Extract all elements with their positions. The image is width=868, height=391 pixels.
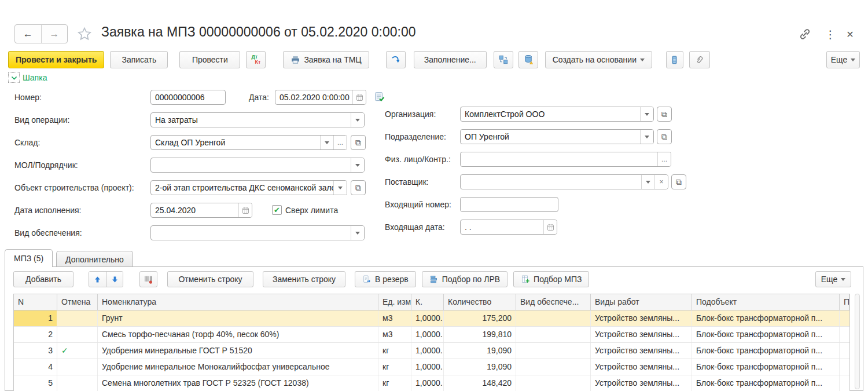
replace-row-button[interactable]: Заменить строку (263, 271, 345, 287)
cell-unit[interactable]: кг (378, 375, 411, 391)
over-limit-checkbox[interactable]: ✔ Сверх лимита (272, 205, 338, 215)
cell-cancel[interactable] (57, 375, 98, 391)
add-row-button[interactable]: Добавить (13, 271, 73, 287)
table-row[interactable]: 1 Грунт м3 1,0000... 175,200 Устройство … (14, 310, 849, 327)
col-header-subobject[interactable]: Подобъект (692, 294, 840, 310)
cell-k[interactable]: 1,0000... (411, 343, 444, 359)
print-tmc-button[interactable]: Заявка на ТМЦ (283, 51, 369, 68)
cell-n[interactable]: 2 (14, 327, 57, 342)
table-row[interactable]: 4 Удобрение минеральное Монокалийфосфат … (14, 359, 849, 375)
cell-next[interactable] (840, 375, 849, 391)
cell-n[interactable]: 3 (14, 343, 57, 359)
cell-k[interactable]: 1,0000... (411, 327, 444, 342)
cell-next[interactable] (840, 327, 849, 342)
dropdown-icon[interactable] (640, 130, 653, 144)
cell-works[interactable]: Устройство земляны... (591, 310, 692, 326)
cell-next[interactable] (840, 359, 849, 375)
cell-subobject[interactable]: Блок-бокс трансформаторной п... (692, 375, 840, 391)
cell-unit[interactable]: м3 (378, 310, 411, 326)
table-vertical-scrollbar[interactable] (855, 294, 860, 389)
cell-next[interactable] (840, 343, 849, 359)
cell-cancel[interactable] (57, 359, 98, 375)
related-documents-button[interactable] (494, 51, 513, 68)
tab-mpz[interactable]: МПЗ (5) (5, 249, 53, 267)
pick-mpz-button[interactable]: Подбор МПЗ (513, 271, 589, 287)
cell-provision[interactable] (516, 343, 591, 359)
back-button[interactable]: ← (15, 25, 41, 43)
cell-cancel[interactable] (57, 327, 98, 342)
dropdown-icon[interactable] (640, 107, 653, 121)
cell-nomenclature[interactable]: Смесь торфо-песчаная (торф 40%, песок 60… (98, 327, 378, 342)
cell-nomenclature[interactable]: Семена многолетних трав ГОСТ Р 52325 (ГО… (98, 375, 378, 391)
cell-unit[interactable]: кг (378, 359, 411, 375)
open-item-button[interactable]: ⧉ (351, 135, 366, 150)
number-field[interactable]: 00000000006 (150, 90, 226, 105)
to-reserve-button[interactable]: В резерв (355, 271, 416, 287)
section-header-label[interactable]: Шапка (23, 73, 47, 82)
cell-works[interactable]: Устройство земляны... (591, 375, 692, 391)
person-field[interactable]: ... (460, 152, 671, 167)
cell-k[interactable]: 1,0000... (411, 359, 444, 375)
col-header-next[interactable]: По (840, 294, 849, 310)
forward-button[interactable]: → (41, 25, 68, 43)
favorite-star-icon[interactable] (76, 26, 93, 42)
cancel-row-button[interactable]: Отменить строку (167, 271, 253, 287)
barcode-scan-button[interactable] (139, 271, 157, 287)
cell-quantity[interactable]: 199,810 (444, 327, 516, 342)
create-based-on-button[interactable]: Создать на основании (545, 51, 652, 68)
cell-unit[interactable]: кг (378, 343, 411, 359)
open-item-button[interactable]: ⧉ (351, 180, 366, 195)
table-row[interactable]: 5 Семена многолетних трав ГОСТ Р 52325 (… (14, 375, 849, 391)
move-up-button[interactable] (89, 272, 106, 287)
cell-works[interactable]: Устройство земляны... (591, 343, 692, 359)
date-field[interactable]: 05.02.2020 0:00:00 (275, 90, 366, 105)
cell-quantity[interactable]: 175,200 (444, 310, 516, 326)
cell-unit[interactable]: м3 (378, 327, 411, 342)
col-header-provision[interactable]: Вид обеспече... (516, 294, 591, 310)
open-item-button[interactable]: ⧉ (657, 107, 672, 122)
cell-subobject[interactable]: Блок-бокс трансформаторной п... (692, 327, 840, 342)
fill-button[interactable]: Заполнение... (414, 51, 487, 68)
col-header-quantity[interactable]: Количество (444, 294, 516, 310)
cell-subobject[interactable]: Блок-бокс трансформаторной п... (692, 310, 840, 326)
project-combo[interactable]: 2-ой этап строительства ДКС сеноманской … (150, 180, 347, 195)
post-button[interactable]: Провести (179, 51, 240, 68)
cell-k[interactable]: 1,0000... (411, 375, 444, 391)
open-item-button[interactable]: ⧉ (671, 174, 686, 189)
cell-provision[interactable] (516, 359, 591, 375)
cell-next[interactable] (840, 310, 849, 326)
cell-n[interactable]: 1 (14, 310, 57, 326)
set-current-date-icon[interactable] (373, 91, 385, 103)
open-item-button[interactable]: ⧉ (657, 129, 672, 144)
department-combo[interactable]: ОП Уренгой (460, 129, 654, 144)
collapse-chevron-icon[interactable] (8, 72, 20, 83)
cell-nomenclature[interactable]: Грунт (98, 310, 378, 326)
cell-quantity[interactable]: 19,090 (444, 359, 516, 375)
provision-combo[interactable] (150, 225, 365, 240)
cell-works[interactable]: Устройство земляны... (591, 327, 692, 342)
cell-works[interactable]: Устройство земляны... (591, 359, 692, 375)
close-icon[interactable]: ✕ (843, 27, 858, 42)
cell-quantity[interactable]: 19,090 (444, 343, 516, 359)
dt-kt-button[interactable]: ДтКт (246, 51, 266, 68)
table-more-button[interactable]: Еще (815, 271, 851, 287)
cell-subobject[interactable]: Блок-бокс трансформаторной п... (692, 359, 840, 375)
post-document-arrow-button[interactable] (386, 51, 406, 68)
choose-button[interactable]: ... (333, 136, 347, 149)
registers-warning-button[interactable] (518, 51, 538, 68)
col-header-unit[interactable]: Ед. изм. (378, 294, 411, 310)
choose-button[interactable]: ... (657, 152, 671, 166)
mol-combo[interactable] (150, 158, 365, 173)
cell-k[interactable]: 1,0000... (411, 310, 444, 326)
calendar-icon[interactable] (238, 203, 252, 217)
cell-n[interactable]: 4 (14, 359, 57, 375)
kebab-menu-icon[interactable]: ⋮ (823, 27, 838, 42)
col-header-works[interactable]: Виды работ (591, 294, 692, 310)
cell-nomenclature[interactable]: Удобрения минеральные ГОСТ Р 51520 (98, 343, 378, 359)
calendar-icon[interactable] (543, 220, 557, 234)
dropdown-icon[interactable] (351, 113, 364, 127)
operation-combo[interactable]: На затраты (150, 112, 365, 127)
cell-provision[interactable] (516, 310, 591, 326)
organization-combo[interactable]: КомплектСтрой ООО (460, 107, 654, 122)
dropdown-icon[interactable] (351, 226, 364, 240)
